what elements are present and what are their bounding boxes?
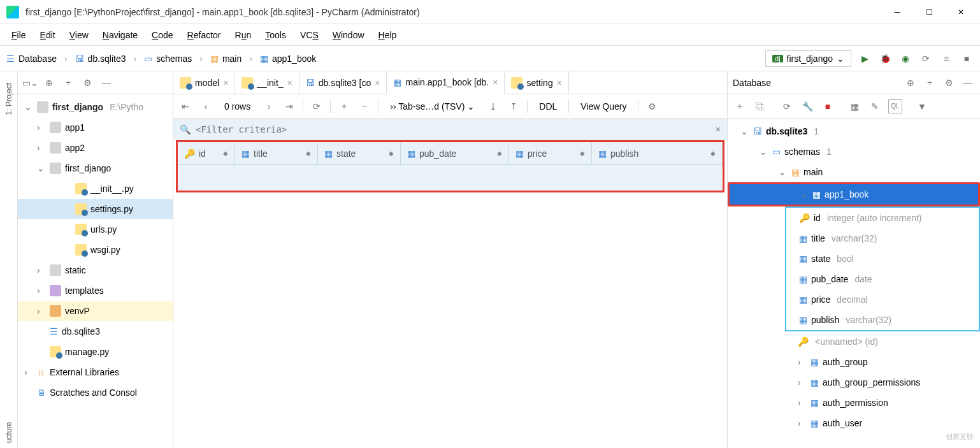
col-state[interactable]: ▦state◆ xyxy=(318,142,401,164)
close-icon[interactable]: × xyxy=(223,78,228,88)
tree-manage[interactable]: ›manage.py xyxy=(18,342,173,362)
col-price[interactable]: ▦price◆ xyxy=(509,142,592,164)
tree-templates[interactable]: ›templates xyxy=(18,280,173,301)
prev-page-icon[interactable]: ‹ xyxy=(199,99,213,113)
tree-scratches[interactable]: ›🗎Scratches and Consol xyxy=(18,382,173,403)
db-main[interactable]: ⌄▦main xyxy=(728,162,980,182)
refresh-icon[interactable]: ⟳ xyxy=(780,99,794,113)
gear-icon[interactable]: ⚙ xyxy=(80,76,94,90)
tree-init[interactable]: __init__.py xyxy=(18,178,173,199)
db-table-auth-user[interactable]: ›▦auth_user xyxy=(728,413,980,433)
tree-external-libs[interactable]: ›⫼External Libraries xyxy=(18,362,173,382)
edit-icon[interactable]: ✎ xyxy=(868,99,882,113)
tab-db-sqlite[interactable]: 🖫db.sqlite3 [co× xyxy=(299,71,387,94)
db-table-auth-group[interactable]: ›▦auth_group xyxy=(728,352,980,372)
db-unnamed-key[interactable]: 🔑<unnamed> (id) xyxy=(728,331,980,352)
stop-icon[interactable]: ■ xyxy=(821,99,835,113)
col-id[interactable]: 🔑id◆ xyxy=(178,142,235,164)
bc-schemas[interactable]: ▭schemas xyxy=(144,54,192,64)
project-root[interactable]: ⌄first_djangoE:\Pytho xyxy=(18,97,173,117)
tab-main-app1-book[interactable]: ▦main.app1_book [db.× xyxy=(387,71,505,94)
menu-window[interactable]: Window xyxy=(326,27,371,43)
database-tree[interactable]: ⌄🖫db.sqlite31 ⌄▭schemas1 ⌄▦main ⌄▦app1_b… xyxy=(728,119,980,448)
attach-button[interactable]: ≡ xyxy=(939,52,953,66)
close-icon[interactable]: × xyxy=(557,78,562,88)
settings-icon[interactable]: ⚙ xyxy=(645,99,659,113)
tree-app1[interactable]: ›app1 xyxy=(18,117,173,138)
db-root[interactable]: ⌄🖫db.sqlite31 xyxy=(728,121,980,141)
hide-panel-icon[interactable]: — xyxy=(99,76,113,90)
filter-input[interactable] xyxy=(196,124,710,134)
db-table-app1-book[interactable]: ⌄▦app1_book xyxy=(730,184,978,205)
db-col-id[interactable]: 🔑idinteger (auto increment) xyxy=(786,208,979,228)
project-tree[interactable]: ⌄first_djangoE:\Pytho ›app1 ›app2 ⌄first… xyxy=(18,94,173,448)
menu-navigate[interactable]: Navigate xyxy=(96,27,144,43)
profile-button[interactable]: ⟳ xyxy=(919,52,933,66)
db-col-title[interactable]: ▦titlevarchar(32) xyxy=(786,228,979,249)
table-view-icon[interactable]: ▦ xyxy=(847,99,861,113)
data-format-selector[interactable]: ›› Tab-se…d (TSV) ⌄ xyxy=(385,100,480,113)
db-table-auth-permission[interactable]: ›▦auth_permission xyxy=(728,393,980,413)
view-query-button[interactable]: View Query xyxy=(575,100,631,113)
menu-tools[interactable]: Tools xyxy=(259,27,292,43)
col-pub-date[interactable]: ▦pub_date◆ xyxy=(401,142,509,164)
ddl-button[interactable]: DDL xyxy=(534,100,562,113)
filter-icon[interactable]: ▼ xyxy=(915,99,929,113)
db-col-pub-date[interactable]: ▦pub_datedate xyxy=(786,269,979,289)
tree-wsgi[interactable]: wsgi.py xyxy=(18,240,173,260)
db-col-publish[interactable]: ▦publishvarchar(32) xyxy=(786,310,979,330)
duplicate-icon[interactable]: ⿻ xyxy=(753,99,767,113)
bc-db-file[interactable]: 🖫db.sqlite3 xyxy=(75,54,126,64)
first-page-icon[interactable]: ⇤ xyxy=(178,99,192,113)
bc-table[interactable]: ▦app1_book xyxy=(260,54,316,64)
db-schemas[interactable]: ⌄▭schemas1 xyxy=(728,141,980,162)
db-table-auth-group-perm[interactable]: ›▦auth_group_permissions xyxy=(728,372,980,393)
collapse-icon[interactable]: ÷ xyxy=(923,76,937,90)
coverage-button[interactable]: ◉ xyxy=(898,52,912,66)
locate-icon[interactable]: ⊕ xyxy=(904,76,918,90)
minimize-button[interactable]: ─ xyxy=(884,3,910,22)
tree-first-django[interactable]: ⌄first_django xyxy=(18,158,173,178)
remove-row-icon[interactable]: － xyxy=(357,99,371,113)
run-button[interactable]: ▶ xyxy=(858,52,872,66)
close-icon[interactable]: × xyxy=(287,78,292,88)
tree-dbfile[interactable]: ›☰db.sqlite3 xyxy=(18,321,173,342)
reload-icon[interactable]: ⟳ xyxy=(310,99,324,113)
run-config-selector[interactable]: djfirst_django⌄ xyxy=(765,50,851,67)
import-icon[interactable]: ⤓ xyxy=(486,99,500,113)
last-page-icon[interactable]: ⇥ xyxy=(282,99,296,113)
console-icon[interactable]: QL xyxy=(888,99,902,113)
collapse-icon[interactable]: ÷ xyxy=(61,76,75,90)
tree-settings[interactable]: settings.py xyxy=(18,199,173,219)
new-icon[interactable]: ＋ xyxy=(733,99,747,113)
close-icon[interactable]: × xyxy=(375,78,380,88)
maximize-button[interactable]: ☐ xyxy=(916,3,942,22)
project-view-mode[interactable]: ▭⌄ xyxy=(23,76,37,90)
clear-filter-icon[interactable]: × xyxy=(716,124,721,134)
tab-init[interactable]: __init_× xyxy=(235,71,299,94)
bc-main[interactable]: ▦main xyxy=(210,54,241,64)
side-tab-project[interactable]: 1: Project xyxy=(3,78,15,120)
next-page-icon[interactable]: › xyxy=(262,99,276,113)
menu-run[interactable]: Run xyxy=(229,27,258,43)
menu-view[interactable]: View xyxy=(63,27,95,43)
close-button[interactable]: ✕ xyxy=(948,3,974,22)
tree-app2[interactable]: ›app2 xyxy=(18,138,173,158)
tree-static[interactable]: ›static xyxy=(18,260,173,280)
sync-icon[interactable]: 🔧 xyxy=(800,99,814,113)
hide-panel-icon[interactable]: — xyxy=(961,76,975,90)
menu-code[interactable]: Code xyxy=(145,27,179,43)
menu-vcs[interactable]: VCS xyxy=(294,27,325,43)
side-tab-structure[interactable]: ucture xyxy=(3,417,15,448)
close-icon[interactable]: × xyxy=(493,77,498,87)
locate-icon[interactable]: ⊕ xyxy=(42,76,56,90)
gear-icon[interactable]: ⚙ xyxy=(942,76,956,90)
export-icon[interactable]: ⤒ xyxy=(507,99,521,113)
tree-venv[interactable]: ›venvP xyxy=(18,301,173,321)
menu-file[interactable]: File xyxy=(5,27,32,43)
bc-database[interactable]: ☰Database xyxy=(6,54,57,64)
db-col-state[interactable]: ▦statebool xyxy=(786,249,979,269)
add-row-icon[interactable]: ＋ xyxy=(337,99,351,113)
col-title[interactable]: ▦title◆ xyxy=(235,142,318,164)
db-col-price[interactable]: ▦pricedecimal xyxy=(786,289,979,310)
